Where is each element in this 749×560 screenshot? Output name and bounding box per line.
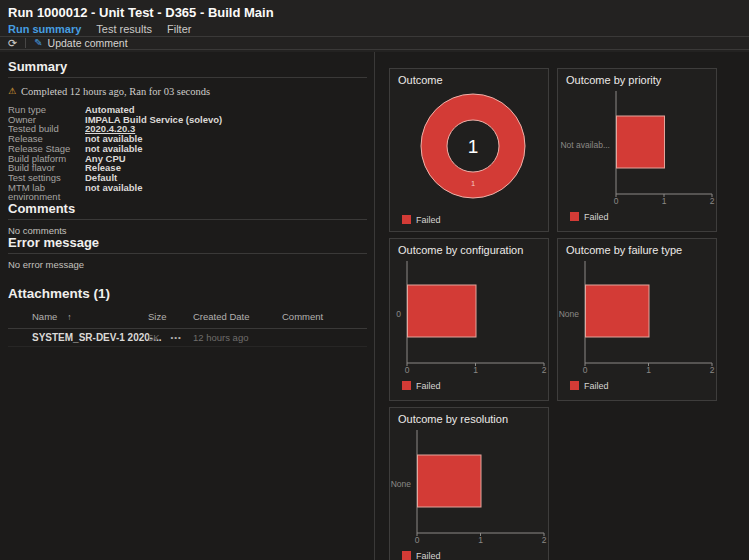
warning-icon: ⚠: [8, 87, 16, 96]
field-row: Tested build 2020.4.20.3: [8, 124, 367, 134]
tab-bar: Run summary Test results Filter: [0, 22, 749, 37]
svg-text:0: 0: [614, 196, 619, 206]
svg-text:1: 1: [478, 535, 483, 545]
tab-test-results[interactable]: Test results: [96, 23, 152, 35]
charts-panel: Outcome 11Failed Outcome by priority Not…: [375, 52, 749, 560]
svg-text:1: 1: [471, 179, 475, 188]
tab-filter[interactable]: Filter: [167, 23, 191, 35]
svg-text:1: 1: [473, 365, 478, 375]
divider: [8, 77, 367, 78]
svg-text:Failed: Failed: [416, 381, 441, 391]
column-header-size[interactable]: Size: [148, 311, 193, 322]
svg-text:Failed: Failed: [416, 215, 441, 225]
attachments-table: Name ↑ Size Created Date Comment SYSTEM_…: [8, 307, 367, 347]
svg-text:2: 2: [542, 535, 547, 545]
field-value-mtm-lab: not available: [85, 183, 143, 202]
svg-text:2: 2: [542, 365, 547, 375]
chart-card-outcome-by-resolution: Outcome by resolution None012Failed: [389, 407, 549, 560]
svg-text:Failed: Failed: [584, 381, 609, 391]
column-header-created-date[interactable]: Created Date: [193, 311, 282, 322]
field-row: Build flavor Release: [8, 163, 367, 173]
test-run-page: Run 1000012 - Unit Test - D365 - Build M…: [0, 0, 749, 560]
chart-card-outcome-by-priority: Outcome by priority Not availab...012Fai…: [557, 68, 717, 232]
comments-heading: Comments: [8, 202, 367, 216]
svg-text:1: 1: [468, 136, 479, 157]
refresh-icon: ⟳: [8, 38, 17, 49]
attachments-table-header: Name ↑ Size Created Date Comment: [8, 307, 367, 328]
divider: [8, 219, 367, 220]
no-error-message-text: No error message: [8, 259, 367, 270]
svg-text:1: 1: [646, 365, 651, 375]
outcome-by-resolution-bar-chart: None012Failed: [390, 408, 548, 560]
edit-icon: ✎: [34, 38, 42, 48]
svg-text:0: 0: [583, 365, 588, 375]
attachments-heading: Attachments (1): [8, 287, 367, 301]
tab-run-summary[interactable]: Run summary: [8, 23, 81, 35]
svg-text:0: 0: [405, 365, 410, 375]
error-message-heading: Error message: [8, 236, 367, 250]
attachment-name[interactable]: SYSTEM_SR-DEV-1 2020-...: [32, 332, 162, 343]
outcome-by-configuration-bar-chart: 0012Failed: [390, 239, 548, 400]
attachment-row[interactable]: SYSTEM_SR-DEV-1 2020-... ••• 5K 12 hours…: [8, 329, 367, 347]
chart-card-outcome: Outcome 11Failed: [389, 68, 549, 232]
field-row: MTM lab environment not available: [8, 183, 367, 202]
svg-text:Failed: Failed: [416, 551, 441, 560]
field-label: MTM lab environment: [8, 183, 85, 202]
page-title: Run 1000012 - Unit Test - D365 - Build M…: [8, 6, 741, 20]
field-row: Owner IMPALA Build Service (solevo): [8, 115, 367, 125]
svg-text:None: None: [559, 309, 580, 319]
outcome-by-priority-bar-chart: Not availab...012Failed: [558, 69, 716, 231]
chart-card-outcome-by-failure-type: Outcome by failure type None012Failed: [557, 238, 717, 401]
update-comment-label: Update comment: [48, 38, 128, 49]
header: Run 1000012 - Unit Test - D365 - Build M…: [0, 0, 749, 52]
run-status-text: Completed 12 hours ago, Ran for 03 secon…: [21, 86, 210, 97]
attachment-size: 5K: [148, 332, 193, 343]
refresh-button[interactable]: ⟳: [8, 38, 17, 49]
toolbar: ⟳ ✎ Update comment: [0, 37, 749, 50]
svg-text:2: 2: [710, 365, 715, 375]
toolbar-divider: [25, 38, 26, 48]
svg-text:Failed: Failed: [584, 212, 609, 222]
svg-text:Not availab...: Not availab...: [560, 140, 610, 150]
outcome-donut-chart: 11Failed: [390, 69, 548, 231]
column-header-comment[interactable]: Comment: [282, 311, 367, 322]
attachment-created-date: 12 hours ago: [193, 332, 282, 343]
update-comment-button[interactable]: ✎ Update comment: [34, 38, 127, 49]
divider: [8, 253, 367, 254]
sort-ascending-icon: ↑: [67, 312, 71, 322]
summary-panel: Summary ⚠ Completed 12 hours ago, Ran fo…: [0, 52, 374, 560]
run-status: ⚠ Completed 12 hours ago, Ran for 03 sec…: [8, 86, 367, 97]
svg-text:1: 1: [662, 196, 667, 206]
field-row: Test settings Default: [8, 173, 367, 183]
svg-text:0: 0: [415, 535, 420, 545]
field-row: Build platform Any CPU: [8, 154, 367, 164]
summary-heading: Summary: [8, 60, 367, 74]
column-header-name[interactable]: Name ↑: [8, 311, 148, 322]
svg-text:2: 2: [710, 196, 715, 206]
outcome-by-failure-type-bar-chart: None012Failed: [558, 239, 716, 400]
svg-text:0: 0: [396, 309, 401, 319]
summary-fields: Run type Automated Owner IMPALA Build Se…: [8, 105, 367, 202]
svg-text:None: None: [391, 479, 412, 489]
chart-card-outcome-by-configuration: Outcome by configuration 0012Failed: [389, 238, 549, 401]
